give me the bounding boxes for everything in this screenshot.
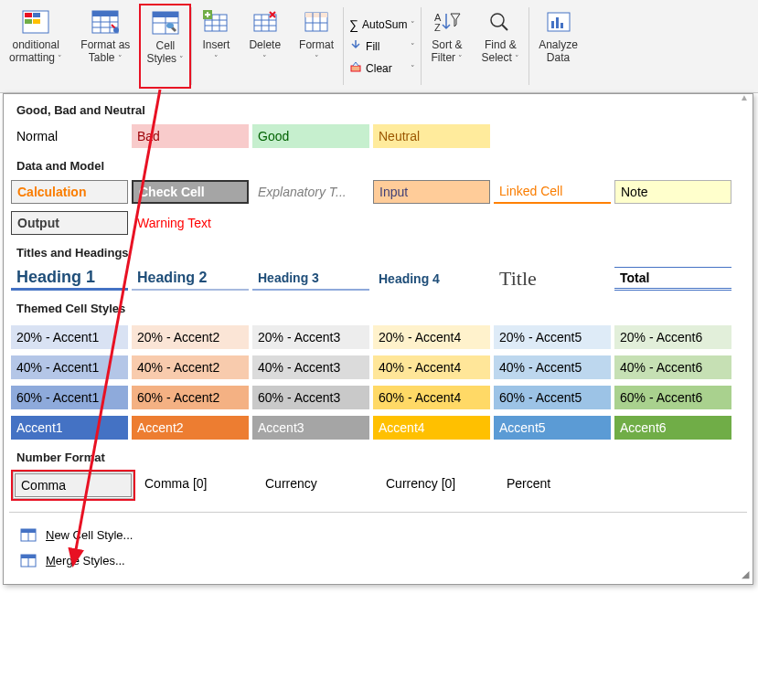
style-note[interactable]: Note — [614, 180, 731, 204]
style-check-cell[interactable]: Check Cell — [132, 180, 249, 204]
scroll-up-icon[interactable]: ▲ — [740, 92, 749, 102]
style-20-accent5[interactable]: 20% - Accent5 — [494, 325, 611, 349]
find-select-group: Find &Select ˅ — [472, 4, 528, 89]
format-as-table-button[interactable]: Format asTable ˅ — [77, 5, 133, 67]
style-40-accent4[interactable]: 40% - Accent4 — [373, 355, 490, 379]
cell-styles-group: CellStyles ˅ — [139, 4, 191, 89]
svg-rect-39 — [556, 17, 559, 28]
fill-label: Fill — [366, 40, 379, 53]
style-60-accent1[interactable]: 60% - Accent1 — [11, 386, 128, 409]
format-button[interactable]: Format˅ — [295, 5, 337, 67]
svg-point-11 — [113, 27, 119, 33]
conditional-formatting-label: onditionalormatting ˅ — [9, 38, 62, 64]
style-accent4[interactable]: Accent4 — [373, 416, 490, 440]
resize-grip-icon[interactable]: ◢ — [742, 568, 749, 580]
fill-button[interactable]: Fill ˅ — [349, 37, 415, 57]
style-accent3[interactable]: Accent3 — [252, 416, 369, 440]
svg-rect-40 — [560, 23, 563, 28]
svg-rect-6 — [92, 11, 118, 16]
style-good[interactable]: Good — [252, 124, 369, 148]
style-40-accent5[interactable]: 40% - Accent5 — [494, 355, 611, 379]
style-heading3[interactable]: Heading 3 — [252, 267, 369, 291]
svg-rect-29 — [305, 13, 327, 17]
cell-styles-label: CellStyles — [146, 39, 176, 65]
clear-icon — [349, 60, 362, 76]
svg-rect-33 — [351, 66, 360, 71]
style-60-accent6[interactable]: 60% - Accent6 — [614, 386, 731, 409]
section-data-model: Data and Model — [4, 150, 753, 178]
insert-button[interactable]: Insert˅ — [198, 5, 234, 67]
format-label: Format — [299, 38, 334, 51]
style-comma[interactable]: Comma — [15, 473, 132, 497]
style-40-accent1[interactable]: 40% - Accent1 — [11, 355, 128, 379]
delete-label: Delete — [249, 38, 281, 51]
style-calculation[interactable]: Calculation — [11, 180, 128, 204]
clear-label: Clear — [366, 62, 392, 75]
autosum-label: AutoSum — [362, 18, 407, 31]
style-heading4[interactable]: Heading 4 — [373, 267, 490, 291]
style-neutral[interactable]: Neutral — [373, 124, 490, 148]
style-accent6[interactable]: Accent6 — [614, 416, 731, 440]
sort-filter-icon: AZ — [432, 7, 462, 37]
style-title[interactable]: Title — [494, 267, 611, 291]
new-cell-style-menu[interactable]: New Cell Style... — [13, 522, 743, 547]
style-accent2[interactable]: Accent2 — [132, 416, 249, 440]
style-60-accent4[interactable]: 60% - Accent4 — [373, 386, 490, 409]
style-20-accent4[interactable]: 20% - Accent4 — [373, 325, 490, 349]
sigma-icon: ∑ — [349, 17, 358, 32]
merge-styles-label: Merge Styles... — [46, 554, 125, 567]
style-60-accent3[interactable]: 60% - Accent3 — [252, 386, 369, 409]
svg-rect-1 — [25, 13, 32, 17]
style-explanatory[interactable]: Explanatory T... — [252, 180, 369, 204]
style-total[interactable]: Total — [614, 267, 731, 291]
cell-styles-button[interactable]: CellStyles ˅ — [143, 6, 187, 68]
style-comma0[interactable]: Comma [0] — [139, 472, 256, 495]
style-linked-cell[interactable]: Linked Cell — [494, 180, 611, 204]
editing-small-group: ∑ AutoSum ˅ Fill ˅ Clear ˅ — [344, 4, 421, 89]
style-40-accent3[interactable]: 40% - Accent3 — [252, 355, 369, 379]
new-cell-style-label: New Cell Style... — [46, 528, 133, 542]
conditional-formatting-group: onditionalormatting ˅ — [0, 4, 71, 89]
analyze-data-group: AnalyzeData — [529, 4, 587, 89]
style-percent[interactable]: Percent — [501, 472, 618, 495]
style-40-accent2[interactable]: 40% - Accent2 — [132, 355, 249, 379]
merge-styles-menu[interactable]: Merge Styles... — [13, 547, 743, 573]
style-output[interactable]: Output — [11, 211, 128, 235]
svg-rect-4 — [33, 19, 40, 24]
svg-point-16 — [166, 23, 174, 28]
style-20-accent6[interactable]: 20% - Accent6 — [614, 325, 731, 349]
style-20-accent2[interactable]: 20% - Accent2 — [132, 325, 249, 349]
clear-button[interactable]: Clear ˅ — [349, 58, 415, 79]
analyze-data-button[interactable]: AnalyzeData — [535, 5, 582, 66]
format-group: Format˅ — [290, 4, 343, 89]
style-heading1[interactable]: Heading 1 — [11, 267, 128, 291]
style-heading2[interactable]: Heading 2 — [132, 267, 249, 291]
style-40-accent6[interactable]: 40% - Accent6 — [614, 355, 731, 379]
delete-button[interactable]: Delete˅ — [245, 5, 284, 67]
style-60-accent5[interactable]: 60% - Accent5 — [494, 386, 611, 409]
sort-filter-button[interactable]: AZ Sort &Filter ˅ — [427, 5, 466, 67]
section-good-bad-neutral: Good, Bad and Neutral — [4, 94, 753, 122]
conditional-formatting-icon — [21, 7, 50, 37]
format-as-table-group: Format asTable ˅ — [71, 4, 139, 89]
style-60-accent2[interactable]: 60% - Accent2 — [132, 386, 249, 409]
svg-rect-2 — [33, 13, 40, 17]
cell-styles-dropdown: ▲ Good, Bad and Neutral Normal Bad Good … — [3, 93, 753, 585]
find-select-button[interactable]: Find &Select ˅ — [477, 5, 523, 67]
insert-icon — [201, 7, 230, 37]
conditional-formatting-button[interactable]: onditionalormatting ˅ — [5, 5, 66, 67]
style-normal[interactable]: Normal — [11, 124, 128, 148]
style-20-accent1[interactable]: 20% - Accent1 — [11, 325, 128, 349]
style-20-accent3[interactable]: 20% - Accent3 — [252, 325, 369, 349]
style-warning-text[interactable]: Warning Text — [132, 211, 249, 235]
sort-filter-group: AZ Sort &Filter ˅ — [422, 4, 472, 89]
style-currency[interactable]: Currency — [260, 472, 377, 495]
style-accent1[interactable]: Accent1 — [11, 416, 128, 440]
insert-label: Insert — [202, 38, 230, 51]
style-input[interactable]: Input — [373, 180, 490, 204]
autosum-button[interactable]: ∑ AutoSum ˅ — [349, 15, 415, 35]
style-bad[interactable]: Bad — [132, 124, 249, 148]
style-accent5[interactable]: Accent5 — [494, 416, 611, 440]
style-currency0[interactable]: Currency [0] — [380, 472, 497, 495]
svg-rect-3 — [25, 19, 32, 24]
